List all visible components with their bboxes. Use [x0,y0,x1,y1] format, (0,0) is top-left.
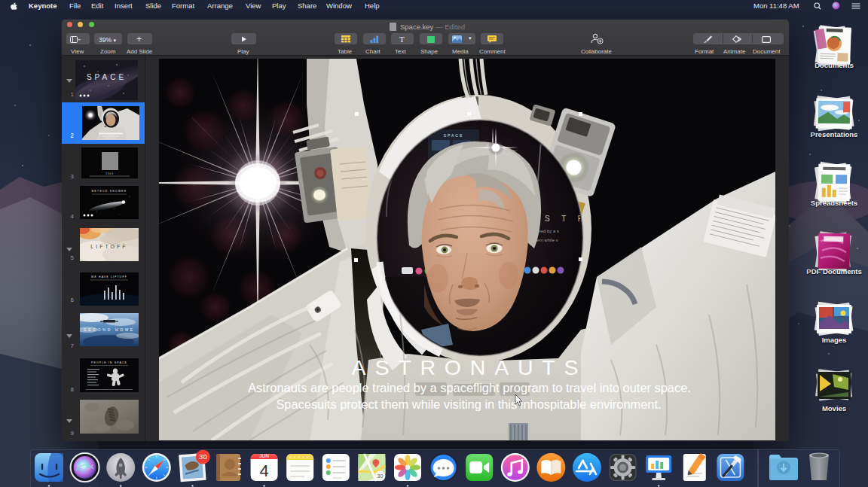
svg-text:1969: 1969 [105,172,114,175]
svg-text:PEOPLE IN SPACE: PEOPLE IN SPACE [91,361,127,364]
svg-text:JUN: JUN [259,453,269,458]
svg-text:PDF Documents: PDF Documents [806,267,861,275]
svg-text:Spreadsheets: Spreadsheets [811,199,857,207]
svg-text:Spacesuits protect them while: Spacesuits protect them while visiting i… [276,397,661,411]
svg-text:WE HAVE LIFTOFF: WE HAVE LIFTOFF [91,275,127,279]
svg-text:SPACE: SPACE [443,133,463,138]
svg-text:Images: Images [822,336,847,344]
svg-text:SECOND HOME: SECOND HOME [84,327,135,332]
svg-text:Movies: Movies [822,404,846,412]
svg-text:SPACE: SPACE [87,73,127,81]
svg-text:Presentations: Presentations [811,130,858,138]
svg-text:METEOR SHOWER: METEOR SHOWER [91,190,127,193]
svg-text:30: 30 [377,473,384,478]
svg-text:30: 30 [199,452,207,461]
svg-text:Documents: Documents [815,61,854,69]
svg-text:Astronauts are people trained: Astronauts are people trained by a space… [248,381,691,394]
svg-text:LIFTOFF: LIFTOFF [90,243,127,248]
svg-text:ASTRONAUTS: ASTRONAUTS [351,355,587,379]
svg-text:4: 4 [259,461,268,480]
